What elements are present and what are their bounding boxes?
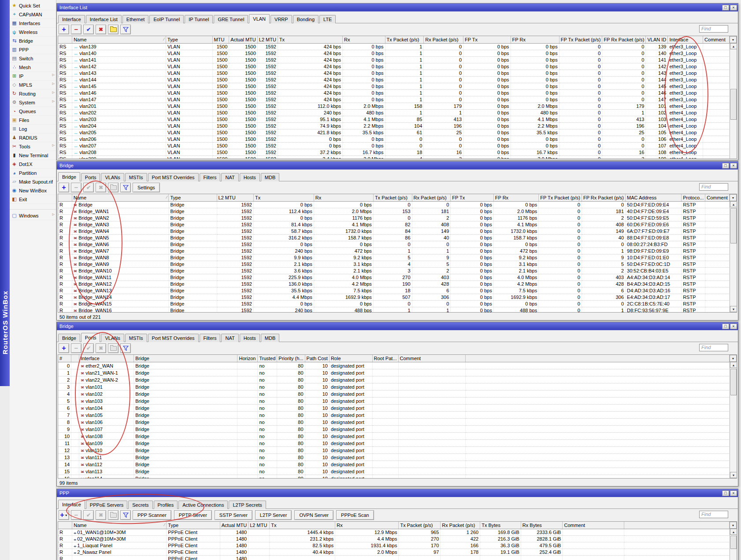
remove-button[interactable]: − [71, 183, 82, 192]
table-row[interactable]: RS↔vlan203VLAN15001500159295.1 kbps4.1 M… [58, 116, 730, 123]
tab-bridge[interactable]: Bridge [58, 334, 80, 342]
maximize-button[interactable]: □ [722, 5, 729, 11]
column-header-flags[interactable] [58, 36, 72, 44]
table-row[interactable]: 16≍vlan114Bridgeno8010designated port [58, 475, 730, 479]
table-row[interactable]: RS↔vlan139VLAN150015001592424 bps0 bps10… [58, 44, 730, 50]
vertical-scrollbar[interactable]: ▲ [730, 529, 737, 560]
table-row[interactable]: R≍Bridge_WAN12Bridge1592136.0 kbps4.2 Mb… [58, 281, 730, 287]
tab-bonding[interactable]: Bonding [293, 15, 319, 23]
table-row[interactable]: R◂▸2_Nawaz PanelPPPoE Client148040.4 kbp… [58, 549, 730, 556]
column-header-role[interactable]: Role [329, 355, 372, 362]
sidebar-item-new-terminal[interactable]: ▮New Terminal [10, 151, 56, 160]
sidebar-item-system[interactable]: ⚙System▷ [10, 98, 56, 107]
table-row[interactable]: R≍Bridge_WAN5Bridge1592316.2 kbps158.7 k… [58, 235, 730, 241]
table-row[interactable]: R≍Bridge_WAN15Bridge15920 bps0 bps000 bp… [58, 301, 730, 307]
tab-vlan[interactable]: VLAN [249, 14, 270, 23]
ovpn-server-button[interactable]: OVPN Server [294, 510, 333, 520]
tab-mdb[interactable]: MDB [261, 173, 279, 181]
table-row[interactable]: 7≍vlan105Bridgeno8010designated port [58, 412, 730, 419]
tab-secrets[interactable]: Secrets [128, 501, 152, 509]
column-header-bridge[interactable]: Bridge [134, 355, 237, 362]
sidebar-item-dot1x[interactable]: ◈Dot1X [10, 160, 56, 169]
table-row[interactable]: 12≍vlan110Bridgeno8010designated port [58, 447, 730, 454]
table-row[interactable]: 15≍vlan113Bridgeno8010designated port [58, 468, 730, 475]
column-select-button[interactable]: ▼ [730, 36, 737, 43]
close-button[interactable]: × [730, 5, 737, 11]
column-header-l2-mtu[interactable]: L2 MTU [217, 194, 253, 202]
sidebar-item-interfaces[interactable]: ▦Interfaces [10, 19, 56, 28]
enable-button[interactable]: ✔ [83, 510, 94, 520]
scroll-up-icon[interactable]: ▲ [730, 362, 737, 368]
table-row[interactable]: RS↔vlan140VLAN150015001592424 bps0 bps10… [58, 50, 730, 57]
table-row[interactable]: R≍BridgeBridge15920 bps0 bps000 bps0 bps… [58, 202, 730, 208]
column-header-vlan-id[interactable]: VLAN ID [646, 36, 668, 44]
comment-button[interactable] [108, 25, 119, 34]
disable-button[interactable]: ✖ [96, 343, 106, 353]
tab-vlans[interactable]: VLANs [101, 173, 124, 181]
column-header-name[interactable]: Name∕ [72, 36, 166, 44]
sidebar-item-routing[interactable]: ↻Routing▷ [10, 89, 56, 98]
remove-button[interactable]: − [71, 25, 82, 34]
table-row[interactable]: R≍Bridge_WAN13Bridge159235.5 kbps7.5 kbp… [58, 287, 730, 294]
table-row[interactable]: RS↔vlan144VLAN150015001592424 bps0 bps10… [58, 77, 730, 83]
find-input[interactable]: Find [699, 25, 728, 33]
enable-button[interactable]: ✔ [83, 183, 94, 192]
add-button[interactable]: +▼ [59, 510, 69, 520]
tab-filters[interactable]: Filters [200, 334, 221, 342]
sidebar-item-exit[interactable]: ◧Exit [10, 195, 56, 204]
tab-active-connections[interactable]: Active Connections [178, 501, 228, 509]
tab-filters[interactable]: Filters [200, 173, 221, 181]
table-row[interactable]: R≍Bridge_WAN3Bridge159281.4 kbps4.1 Mbps… [58, 221, 730, 228]
table-row[interactable]: R≍Bridge_WAN14Bridge15924.4 Mbps1692.9 k… [58, 294, 730, 301]
column-header-tx-packet-p-s[interactable]: Tx Packet (p/s) [399, 522, 441, 529]
column-header-fp-tx-packet-p-s[interactable]: FP Tx Packet (p/s) [559, 36, 602, 44]
enable-button[interactable]: ✔ [83, 25, 94, 34]
column-header-rx[interactable]: Rx [335, 522, 399, 529]
sidebar-item-mesh[interactable]: ∴Mesh [10, 63, 56, 72]
tab-interface[interactable]: Interface [58, 15, 85, 23]
scrollbar-thumb[interactable] [730, 89, 737, 120]
tab-mstis[interactable]: MSTIs [125, 334, 147, 342]
column-select-button[interactable]: ▼ [730, 522, 737, 529]
column-header-comment[interactable]: Comment [703, 36, 730, 44]
column-header-filler[interactable] [624, 522, 730, 529]
column-header-priority-h[interactable]: Priority (h... [277, 355, 305, 362]
table-row[interactable]: R≍Bridge_WAN6Bridge15920 bps0 bps000 bps… [58, 241, 730, 248]
tab-hosts[interactable]: Hosts [240, 334, 260, 342]
table-row[interactable]: RS↔vlan143VLAN150015001592424 bps0 bps10… [58, 70, 730, 77]
close-button[interactable]: × [730, 163, 737, 169]
window-titlebar[interactable]: Interface List □ × [57, 4, 738, 11]
table-row[interactable]: 14≍vlan112Bridgeno8010designated port [58, 461, 730, 468]
table-row[interactable]: R◂▸01_WAN1@10M+30MPPPoE Client14801445.4… [58, 529, 730, 536]
table-row[interactable]: R◂▸1_Liaquat PanelPPPoE Client148082.5 k… [58, 542, 730, 549]
tab-eoip-tunnel[interactable]: EoIP Tunnel [149, 15, 184, 23]
comment-button[interactable] [108, 510, 119, 520]
filter-button[interactable] [120, 25, 131, 34]
sidebar-item-new-winbox[interactable]: ◉New WinBox [10, 186, 56, 195]
scrollbar-thumb[interactable] [730, 208, 737, 243]
column-header-type[interactable]: Type [167, 522, 220, 529]
column-header-comment[interactable]: Comment [705, 194, 730, 202]
scroll-up-icon[interactable]: ▲ [730, 529, 737, 535]
column-header-fp-rx[interactable]: FP Rx [511, 36, 559, 44]
column-header-tx[interactable]: Tx [253, 194, 314, 202]
scroll-up-icon[interactable]: ▲ [730, 201, 737, 207]
column-select-button[interactable]: ▼ [730, 194, 737, 201]
l2tp-server-button[interactable]: L2TP Server [255, 510, 292, 520]
table-row[interactable]: 2≍vlan22_WAN-2Bridgeno8010designated por… [58, 376, 730, 383]
tab-pppoe-servers[interactable]: PPPoE Servers [86, 501, 127, 509]
table-row[interactable]: RPPPoE Client1480 [58, 556, 730, 560]
vertical-scrollbar[interactable]: ▲ ▼ [730, 201, 737, 312]
column-header-fp-rx[interactable]: FP Rx [493, 194, 539, 202]
table-row[interactable]: RS↔vlan145VLAN150015001592424 bps0 bps10… [58, 83, 730, 90]
tab-hosts[interactable]: Hosts [240, 173, 260, 181]
column-header-root-pat[interactable]: Root Pat... [372, 355, 398, 362]
sidebar-item-wireless[interactable]: ψWireless [10, 28, 56, 37]
sidebar-item-bridge[interactable]: ⇆Bridge [10, 37, 56, 45]
table-row[interactable]: RS↔vlan201VLAN150015001592112.0 kbps2.0 … [58, 103, 730, 110]
sidebar-item-log[interactable]: ≣Log [10, 125, 56, 133]
table-row[interactable]: RS↔vlan147VLAN150015001592424 bps0 bps10… [58, 96, 730, 103]
table-row[interactable]: 4≍vlan102Bridgeno8010designated port [58, 391, 730, 398]
table-row[interactable]: R≍Bridge_WAN10Bridge15923.6 kbps2.1 kbps… [58, 268, 730, 274]
table-row[interactable]: RS↔vlan141VLAN150015001592424 bps0 bps10… [58, 57, 730, 63]
